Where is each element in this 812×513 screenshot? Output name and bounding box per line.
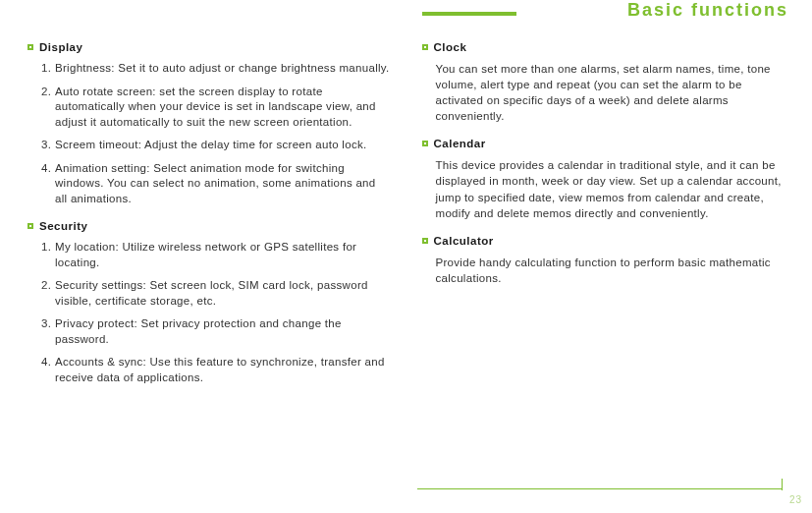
footer-accent-bar — [417, 488, 783, 490]
section-head-security: Security — [27, 220, 391, 232]
section-head-calculator: Calculator — [422, 235, 785, 247]
header-accent-bar — [422, 12, 516, 16]
section-title: Display — [39, 41, 82, 53]
section-body: This device provides a calendar in tradi… — [422, 157, 785, 220]
bullet-icon — [422, 141, 428, 146]
list-item: Screem timeout: Adjust the delay time fo… — [41, 138, 391, 153]
list-item: Accounts & sync: Use this feature to syn… — [41, 355, 391, 385]
footer-accent-vert — [782, 479, 784, 490]
right-column: Clock You can set more than one alarms, … — [422, 41, 785, 393]
bullet-icon — [422, 44, 428, 50]
page-number: 23 — [789, 494, 802, 505]
section-body: You can set more than one alarms, set al… — [422, 61, 785, 124]
list-item: Animation setting: Select animation mode… — [41, 161, 391, 207]
section-title: Calculator — [434, 235, 494, 247]
display-list: Brightness: Set it to auto adjust or cha… — [27, 61, 391, 206]
content-area: Display Brightness: Set it to auto adjus… — [0, 24, 812, 393]
list-item: Security settings: Set screen lock, SIM … — [41, 278, 391, 309]
section-title: Clock — [434, 41, 467, 53]
section-head-calendar: Calendar — [422, 138, 785, 149]
section-body: Provide handy calculating function to pe… — [422, 255, 785, 286]
bullet-icon — [27, 44, 33, 50]
section-head-clock: Clock — [422, 41, 785, 53]
security-list: My location: Utilize wireless network or… — [27, 240, 391, 385]
section-title: Security — [39, 220, 87, 232]
list-item: Privacy protect: Set privacy protection … — [41, 316, 391, 347]
list-item: Brightness: Set it to auto adjust or cha… — [41, 61, 391, 77]
left-column: Display Brightness: Set it to auto adjus… — [27, 41, 391, 393]
page-title: Basic functions — [627, 0, 788, 21]
section-title: Calendar — [434, 138, 486, 149]
page-header: Basic functions — [422, 0, 812, 24]
list-item: Auto rotate screen: set the screen displ… — [41, 85, 391, 131]
section-head-display: Display — [27, 41, 391, 53]
list-item: My location: Utilize wireless network or… — [41, 240, 391, 270]
bullet-icon — [422, 238, 428, 244]
bullet-icon — [27, 223, 33, 229]
